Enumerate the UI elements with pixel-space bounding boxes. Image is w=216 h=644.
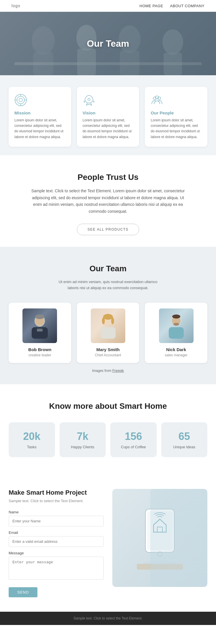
svg-point-36 xyxy=(173,323,179,326)
our-people-title: Our People xyxy=(151,110,202,115)
svg-rect-33 xyxy=(169,327,184,339)
people-card: Our People Lorem ipsum dolor sit amet, c… xyxy=(145,87,207,147)
team-subtitle: Ut enim ad minim veniam, quis nostrud ex… xyxy=(53,279,163,291)
nav-about[interactable]: ABOUT COMPANY xyxy=(170,4,204,8)
bob-role: creative leader xyxy=(13,353,67,357)
svg-rect-27 xyxy=(101,327,115,339)
trust-title: People Trust Us xyxy=(17,173,199,182)
svg-rect-9 xyxy=(14,62,202,65)
stat-ideas-number: 65 xyxy=(166,430,203,442)
svg-point-30 xyxy=(102,317,105,324)
mission-text: Lorem ipsum dolor sit amet, consectetur … xyxy=(14,118,65,140)
mission-card: Mission Lorem ipsum dolor sit amet, cons… xyxy=(9,87,71,147)
team-member-bob: Bob Brown creative leader xyxy=(9,303,71,363)
stat-coffee-number: 156 xyxy=(115,430,152,442)
email-input[interactable] xyxy=(9,536,104,547)
nav-home[interactable]: HOME PAGE xyxy=(139,4,163,8)
svg-point-35 xyxy=(172,315,180,319)
message-textarea[interactable] xyxy=(9,557,104,580)
name-group: Name xyxy=(9,510,104,526)
svg-point-24 xyxy=(35,315,44,319)
trust-body: Sample text. Click to select the Text El… xyxy=(27,188,189,215)
svg-rect-43 xyxy=(137,564,183,570)
team-member-nick: Nick Dark sales manager xyxy=(145,303,207,363)
mission-title: Mission xyxy=(14,110,65,115)
contact-subtitle: Sample text. Click to select the Text El… xyxy=(9,499,104,503)
freepik-link[interactable]: Freepik xyxy=(112,369,124,373)
stats-title: Know more about Smart Home xyxy=(9,402,207,411)
send-button[interactable]: SEND xyxy=(9,587,37,597)
stats-row: 20k Tasks 7k Happy Clients 156 Cups of C… xyxy=(9,422,207,457)
mary-role: Chief Accountant xyxy=(82,353,135,357)
stat-clients-label: Happy Clients xyxy=(64,445,101,449)
svg-point-29 xyxy=(103,314,113,320)
see-all-button[interactable]: SEE ALL PRODUCTS xyxy=(77,224,139,235)
svg-rect-38 xyxy=(147,511,173,550)
team-section: Our Team Ut enim ad minim veniam, quis n… xyxy=(0,247,216,384)
contact-illustration xyxy=(112,489,207,587)
cards-section: Mission Lorem ipsum dolor sit amet, cons… xyxy=(0,75,216,155)
stat-tasks: 20k Tasks xyxy=(9,422,55,457)
email-group: Email xyxy=(9,530,104,547)
team-row: Bob Brown creative leader Mary S xyxy=(9,303,207,363)
mary-name: Mary Smith xyxy=(82,347,135,352)
contact-form-area: Make Smart Home Project Sample text. Cli… xyxy=(9,489,104,597)
email-label: Email xyxy=(9,530,104,535)
bob-name: Bob Brown xyxy=(13,347,67,352)
name-label: Name xyxy=(9,510,104,514)
stat-ideas-label: Unique Ideas xyxy=(166,445,203,449)
stat-clients-number: 7k xyxy=(64,430,101,442)
bob-avatar xyxy=(22,308,57,343)
stat-coffee-label: Cups of Coffee xyxy=(115,445,152,449)
nick-avatar xyxy=(159,308,194,343)
trust-section: People Trust Us Sample text. Click to se… xyxy=(0,155,216,247)
tablet-svg xyxy=(131,503,189,573)
mary-illustration xyxy=(96,313,120,339)
footer-text: Sample text. Click to select the Text El… xyxy=(9,616,207,620)
svg-point-7 xyxy=(162,29,183,55)
message-label: Message xyxy=(9,551,104,555)
bob-illustration xyxy=(28,313,51,339)
contact-form: Name Email Message SEND xyxy=(9,510,104,597)
hero-section: Our Team xyxy=(0,12,216,75)
nick-role: sales manager xyxy=(149,353,203,357)
vision-title: Vision xyxy=(83,110,134,115)
name-input[interactable] xyxy=(9,516,104,526)
vision-card: Vision Lorem ipsum dolor sit amet, conse… xyxy=(77,87,139,147)
stat-tasks-number: 20k xyxy=(13,430,50,442)
stat-clients: 7k Happy Clients xyxy=(60,422,106,457)
svg-rect-4 xyxy=(77,49,96,75)
message-group: Message xyxy=(9,551,104,581)
footer: Sample text. Click to select the Text El… xyxy=(0,612,216,625)
target-icon xyxy=(14,94,27,106)
team-section-title: Our Team xyxy=(9,264,207,273)
vision-text: Lorem ipsum dolor sit amet, consectetur … xyxy=(83,118,134,140)
svg-rect-25 xyxy=(37,329,43,332)
mary-avatar xyxy=(91,308,125,343)
stat-ideas: 65 Unique Ideas xyxy=(161,422,208,457)
svg-point-1 xyxy=(32,26,55,55)
contact-section: Make Smart Home Project Sample text. Cli… xyxy=(0,472,216,612)
nav-links: HOME PAGE ABOUT COMPANY xyxy=(139,4,204,8)
svg-point-12 xyxy=(19,98,22,102)
freepik-note: Images from Freepik xyxy=(9,369,207,373)
logo: logo xyxy=(12,3,20,8)
stats-section: Know more about Smart Home 20k Tasks 7k … xyxy=(0,384,216,472)
navbar: logo HOME PAGE ABOUT COMPANY xyxy=(0,0,216,12)
svg-point-31 xyxy=(111,317,114,324)
nick-illustration xyxy=(165,313,188,339)
hero-title: Our Team xyxy=(87,38,129,49)
people-icon xyxy=(151,94,163,106)
stat-coffee: 156 Cups of Coffee xyxy=(110,422,157,457)
our-people-text: Lorem ipsum dolor sit amet, consectetur … xyxy=(151,118,202,140)
cards-row: Mission Lorem ipsum dolor sit amet, cons… xyxy=(9,87,207,147)
svg-point-17 xyxy=(88,98,90,101)
team-member-mary: Mary Smith Chief Accountant xyxy=(77,303,139,363)
contact-title: Make Smart Home Project xyxy=(9,489,104,496)
nick-name: Nick Dark xyxy=(149,347,203,352)
rocket-icon xyxy=(83,94,95,106)
svg-point-11 xyxy=(17,96,24,104)
stat-tasks-label: Tasks xyxy=(13,445,50,449)
